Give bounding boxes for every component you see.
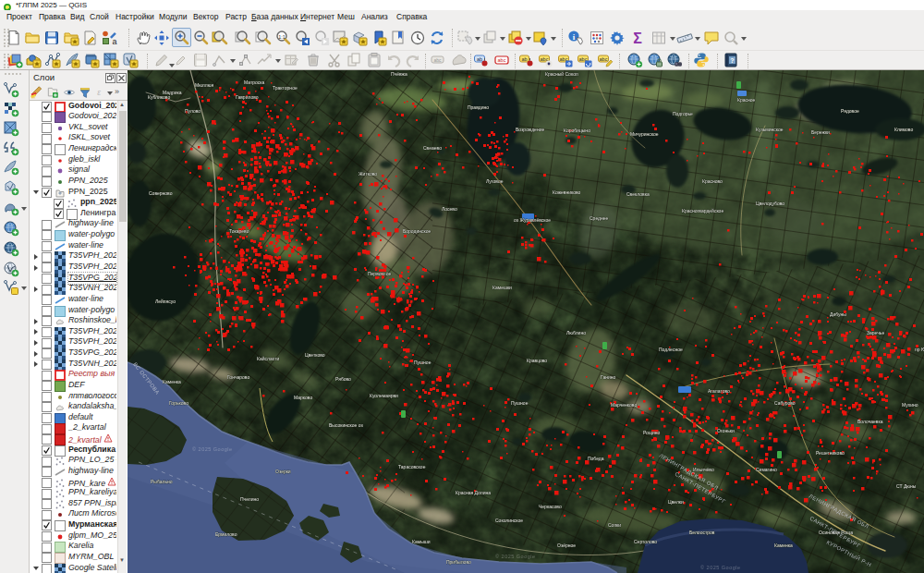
svg-text:Лосево: Лосево bbox=[442, 206, 457, 212]
svg-text:Правдино: Правдино bbox=[468, 104, 489, 110]
svg-text:Прибылово: Прибылово bbox=[446, 559, 471, 565]
svg-text:Каменка: Каменка bbox=[163, 379, 181, 384]
svg-text:Соверново: Соверново bbox=[149, 190, 173, 196]
svg-text:Луговое: Луговое bbox=[486, 178, 504, 184]
svg-text:Гаврилово: Гаврилово bbox=[236, 94, 259, 100]
svg-text:Ермилово: Ермилово bbox=[215, 531, 237, 537]
svg-text:Красногвардейское: Красногвардейское bbox=[682, 208, 723, 213]
svg-text:Лейпясуо: Лейпясуо bbox=[155, 299, 176, 304]
svg-text:Рыбально: Рыбально bbox=[151, 479, 173, 484]
svg-text:Кузьминское: Кузьминское bbox=[756, 127, 784, 132]
svg-text:Волочаевка: Волочаевка bbox=[857, 419, 883, 424]
svg-text:Пушное: Пушное bbox=[511, 400, 529, 406]
svg-text:Цвелки: Цвелки bbox=[668, 499, 684, 505]
svg-text:Красново: Красново bbox=[702, 178, 723, 184]
svg-text:Красный Сокол: Красный Сокол bbox=[545, 71, 578, 77]
svg-text:Климово: Климово bbox=[894, 127, 913, 132]
svg-text:Рощино: Рощино bbox=[643, 430, 661, 435]
svg-text:Красная Долина: Красная Долина bbox=[456, 490, 491, 495]
svg-text:Тракторное: Тракторное bbox=[273, 85, 298, 91]
svg-text:оз Журавлёвское: оз Журавлёвское bbox=[514, 217, 551, 223]
svg-text:© 2025 Google: © 2025 Google bbox=[700, 565, 741, 570]
svg-text:Куолемаярви: Куолемаярви bbox=[370, 393, 398, 398]
svg-text:Пчелино: Пчелино bbox=[240, 496, 259, 502]
svg-text:Камыши: Камыши bbox=[412, 539, 431, 544]
svg-text:Токарево: Токарево bbox=[229, 228, 249, 234]
svg-text:Черкасово: Черкасово bbox=[539, 504, 562, 509]
svg-text:Пчёвжа: Пчёвжа bbox=[391, 71, 407, 77]
svg-text:Красное: Красное bbox=[737, 97, 756, 103]
svg-text:Марченково: Марченково bbox=[611, 402, 637, 408]
svg-text:Марково: Марково bbox=[294, 395, 312, 400]
svg-text:ab: ab bbox=[521, 56, 527, 62]
svg-text:Соколинское: Соколинское bbox=[495, 518, 523, 523]
svg-text:Возрождение: Возрождение bbox=[516, 127, 544, 132]
svg-text:Мюллюя: Мюллюя bbox=[195, 82, 213, 88]
svg-text:ε: ε bbox=[97, 88, 101, 97]
svg-text:Сопки: Сопки bbox=[608, 522, 621, 528]
svg-text:Озёрное: Озёрное bbox=[557, 543, 576, 548]
svg-text:abc: abc bbox=[498, 57, 506, 63]
svg-text:Бородинское: Бородинское bbox=[403, 228, 432, 234]
svg-text:?: ? bbox=[730, 57, 734, 64]
svg-text:Гончарово: Гончарово bbox=[227, 374, 249, 380]
svg-text:Агалатово: Агалатово bbox=[708, 388, 730, 394]
svg-text:Цветково: Цветково bbox=[305, 352, 325, 358]
svg-text:Ильичёво: Ильичёво bbox=[693, 467, 714, 472]
svg-text:Житково: Житково bbox=[359, 171, 377, 177]
svg-text:Первом-ое: Первом-ое bbox=[368, 271, 391, 276]
svg-text:Горьково: Горьково bbox=[169, 400, 188, 406]
svg-text:пр Южный: пр Южный bbox=[915, 347, 924, 352]
svg-text:Свеаево: Свеаево bbox=[423, 145, 442, 151]
svg-text:Дибуны: Дибуны bbox=[830, 311, 846, 317]
svg-text:Σ: Σ bbox=[633, 30, 642, 46]
svg-text:Мичуринское: Мичуринское bbox=[630, 131, 659, 137]
svg-text:Озерки: Озерки bbox=[275, 469, 291, 474]
svg-text:Ганино: Ганино bbox=[601, 374, 616, 380]
svg-text:Подгорье: Подгорье bbox=[673, 111, 693, 116]
svg-text:ab: ab bbox=[477, 56, 482, 62]
svg-text:Заречье: Заречье bbox=[867, 330, 884, 335]
svg-text:Коробицыно: Коробицыно bbox=[564, 128, 590, 133]
svg-text:1:1: 1:1 bbox=[278, 34, 286, 40]
svg-text:Среднее: Среднее bbox=[590, 215, 609, 221]
svg-text:Бережки: Бережки bbox=[811, 129, 830, 135]
svg-text:Рябово: Рябово bbox=[335, 376, 351, 382]
svg-text:Кайслахти: Кайслахти bbox=[257, 356, 279, 361]
svg-text:abc: abc bbox=[433, 57, 442, 63]
svg-text:© 2025 Google: © 2025 Google bbox=[495, 554, 536, 559]
svg-text:Сабурово: Сабурово bbox=[774, 400, 796, 406]
svg-text:Цвелодубово: Цвелодубово bbox=[756, 201, 784, 206]
svg-text:Кравцово: Кравцово bbox=[527, 358, 547, 363]
svg-text:Решетниково: Решетниково bbox=[816, 450, 845, 456]
svg-text:Тарасовское: Тарасовское bbox=[398, 464, 426, 469]
svg-text:Камешки: Камешки bbox=[492, 285, 512, 290]
svg-text:© 2025 Google: © 2025 Google bbox=[192, 446, 233, 452]
svg-text:Матроска: Матроска bbox=[244, 79, 265, 85]
svg-text:Мухино: Мухино bbox=[902, 402, 918, 408]
svg-text:Каменка: Каменка bbox=[774, 543, 793, 548]
svg-text:Пулово: Пулово bbox=[185, 108, 201, 114]
svg-text:Победа: Победа bbox=[588, 456, 604, 461]
svg-text:a: a bbox=[113, 37, 117, 46]
svg-text:СТ Дюны: СТ Дюны bbox=[896, 483, 917, 489]
svg-text:Белоостров: Белоостров bbox=[689, 530, 715, 535]
svg-text:Кожевниково: Кожевниково bbox=[553, 189, 581, 195]
svg-text:Симагино: Симагино bbox=[756, 467, 777, 472]
svg-text:Огоньки: Огоньки bbox=[717, 428, 735, 433]
svg-text:Подлесное: Подлесное bbox=[659, 347, 683, 352]
svg-text:Свекловка: Свекловка bbox=[626, 191, 650, 197]
svg-text:Рядовое: Рядовое bbox=[841, 108, 859, 114]
svg-text:Кубликово: Кубликово bbox=[148, 94, 170, 100]
svg-text:abc: abc bbox=[600, 56, 608, 62]
svg-text:Пушное: Пушное bbox=[414, 360, 432, 365]
svg-text:Высокинское оз: Высокинское оз bbox=[329, 422, 363, 428]
svg-text:Люблино: Люблино bbox=[566, 330, 586, 335]
svg-text:Сертолово: Сертолово bbox=[634, 539, 657, 544]
